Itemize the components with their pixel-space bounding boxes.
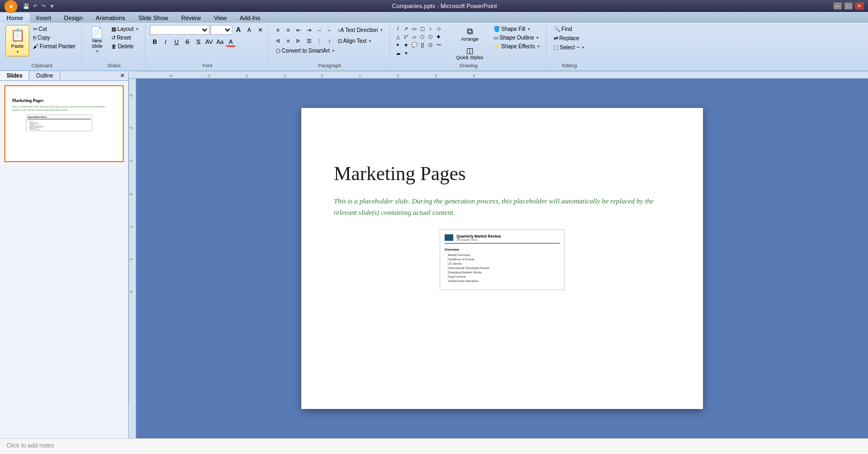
- strikethrough-btn[interactable]: S: [182, 37, 192, 47]
- tab-view[interactable]: View: [207, 13, 233, 23]
- slide-panel-tabs: Slides Outline ✕: [0, 71, 128, 81]
- doc-title: Quarterly Market Review: [457, 234, 501, 238]
- decrease-font-btn[interactable]: A: [244, 25, 254, 35]
- shape-rounded-rect[interactable]: ▢: [419, 25, 426, 33]
- save-qa-btn[interactable]: 💾: [22, 3, 30, 10]
- new-slide-icon: 📄: [90, 27, 104, 37]
- italic-btn[interactable]: I: [161, 37, 170, 47]
- shape-hexagon[interactable]: ⬡: [427, 33, 434, 41]
- qa-more-btn[interactable]: ▼: [48, 3, 56, 10]
- underline-btn[interactable]: U: [172, 37, 181, 47]
- new-slide-button[interactable]: 📄 New Slide ▼: [86, 25, 107, 55]
- shape-arrow[interactable]: ↗: [402, 25, 410, 33]
- slide-1-container: 1 Marketing Pages There is a placeholder…: [4, 85, 124, 162]
- line-spacing-btn[interactable]: ↕: [325, 36, 334, 46]
- align-left-btn[interactable]: ⫷: [273, 36, 283, 46]
- notes-area[interactable]: Click to add notes: [0, 438, 868, 454]
- slide-embedded-doc: Quarterly Market Review 3rd Quarter 2013…: [440, 229, 565, 290]
- text-direction-button[interactable]: ↕A Text Direction ▼: [335, 25, 386, 35]
- slide-panel-close-btn[interactable]: ✕: [117, 71, 128, 80]
- align-right-btn[interactable]: ⫸: [294, 36, 303, 46]
- maximize-btn[interactable]: □: [844, 2, 853, 10]
- layout-button[interactable]: ▦ Layout ▼: [109, 25, 142, 33]
- shape-rtriangle[interactable]: ◸: [402, 33, 410, 41]
- slide-canvas[interactable]: Marketing Pages This is a placeholder sl…: [136, 79, 868, 438]
- ltr-btn[interactable]: →: [314, 25, 324, 35]
- rtl-btn[interactable]: ←: [325, 25, 334, 35]
- convert-smartart-button[interactable]: ⬡ Convert to SmartArt ▼: [273, 47, 338, 55]
- columns-btn[interactable]: ⋮: [314, 36, 324, 46]
- copy-button[interactable]: ⎘ Copy: [30, 34, 78, 42]
- delete-button[interactable]: 🗑 Delete: [109, 42, 142, 50]
- shape-bracket[interactable]: {}: [419, 41, 426, 49]
- outline-tab[interactable]: Outline: [29, 71, 60, 80]
- shape-brace[interactable]: ⌬: [427, 41, 434, 49]
- shape-diamond[interactable]: ◇: [435, 25, 442, 33]
- shape-parallelogram[interactable]: ▱: [410, 33, 418, 41]
- shape-wave[interactable]: 〜: [435, 41, 442, 49]
- font-size-select[interactable]: [211, 25, 232, 35]
- shape-oval[interactable]: ○: [427, 25, 434, 33]
- doc-item-2: Headlines of Events: [445, 257, 560, 261]
- shape-pentagon[interactable]: ⬠: [419, 33, 426, 41]
- redo-qa-btn[interactable]: ↷: [40, 3, 47, 10]
- tab-slideshow[interactable]: Slide Show: [132, 13, 175, 23]
- format-painter-button[interactable]: 🖌 Format Painter: [30, 42, 78, 50]
- slide-thumbnail-1[interactable]: Marketing Pages There is a placeholder s…: [4, 85, 124, 162]
- shape-star4[interactable]: ✦: [394, 41, 402, 49]
- char-spacing-btn[interactable]: AV: [204, 37, 214, 47]
- find-button[interactable]: 🔍 Find: [551, 25, 587, 33]
- bold-btn[interactable]: B: [150, 37, 160, 47]
- tab-animations[interactable]: Animations: [89, 13, 131, 23]
- tab-home[interactable]: Home: [0, 13, 30, 23]
- select-button[interactable]: ⬚ Select ~ ▼: [551, 43, 587, 52]
- font-color-btn[interactable]: A: [226, 37, 236, 47]
- reset-button[interactable]: ↺ Reset: [109, 34, 142, 42]
- shape-cross[interactable]: ✚: [435, 33, 442, 41]
- change-case-btn[interactable]: Aa: [215, 37, 225, 47]
- shadow-btn[interactable]: S: [193, 37, 203, 47]
- arrange-button[interactable]: ⧉ Arrange: [453, 25, 486, 43]
- tab-design[interactable]: Design: [58, 13, 89, 23]
- shape-fill-button[interactable]: 🪣 Shape Fill ▼: [491, 25, 543, 33]
- shape-callout[interactable]: 💬: [410, 41, 418, 49]
- decrease-indent-btn[interactable]: ⇤: [294, 25, 303, 35]
- paste-dropdown-arrow[interactable]: ▼: [16, 50, 20, 54]
- clear-formatting-btn[interactable]: ✕: [255, 25, 265, 35]
- shape-outline-button[interactable]: ▭ Shape Outline ▼: [491, 34, 543, 42]
- slide-content[interactable]: Marketing Pages This is a placeholder sl…: [301, 108, 703, 409]
- increase-font-btn[interactable]: A: [233, 25, 243, 35]
- tab-addins[interactable]: Add-Ins: [233, 13, 267, 23]
- cut-icon: ✂: [33, 26, 37, 32]
- shape-triangle[interactable]: △: [394, 33, 402, 41]
- justify-btn[interactable]: ☰: [304, 36, 314, 46]
- close-btn[interactable]: ✕: [855, 2, 864, 10]
- quick-styles-button[interactable]: ◫ Quick Styles: [453, 44, 486, 62]
- new-slide-dropdown-arrow[interactable]: ▼: [96, 49, 99, 53]
- shape-effects-button[interactable]: ✨ Shape Effects ▼: [491, 42, 543, 50]
- cut-button[interactable]: ✂ Cut: [30, 25, 78, 33]
- shape-star5[interactable]: ★: [402, 41, 410, 49]
- slides-tab[interactable]: Slides: [0, 71, 29, 80]
- shape-more[interactable]: ▾: [402, 49, 410, 57]
- minimize-btn[interactable]: —: [833, 2, 842, 10]
- font-name-select[interactable]: [150, 25, 210, 35]
- shape-line[interactable]: /: [394, 25, 402, 33]
- shape-rect[interactable]: ▭: [410, 25, 418, 33]
- shape-effects-icon: ✨: [493, 43, 500, 49]
- tab-review[interactable]: Review: [175, 13, 207, 23]
- increase-indent-btn[interactable]: ⇥: [304, 25, 314, 35]
- title-bar: ✦ 💾 ↶ ↷ ▼ Companies.pptx - Microsoft Pow…: [0, 0, 868, 12]
- replace-button[interactable]: ⇄ Replace: [551, 34, 587, 42]
- numbered-btn[interactable]: ≡: [283, 25, 293, 35]
- tab-insert[interactable]: Insert: [30, 13, 58, 23]
- align-center-btn[interactable]: ≡: [283, 36, 293, 46]
- undo-qa-btn[interactable]: ↶: [32, 3, 39, 10]
- paste-button[interactable]: 📋 Paste ▼: [5, 25, 29, 56]
- bullets-btn[interactable]: ≡: [273, 25, 283, 35]
- shape-cloud[interactable]: ☁: [394, 49, 402, 57]
- align-text-button[interactable]: ⊡ Align Text ▼: [335, 36, 375, 46]
- office-button[interactable]: ✦: [4, 0, 17, 13]
- thumb-content: There is a placeholder slide. During the…: [12, 105, 106, 111]
- vertical-ruler: -3 -2 -1 0 1 2 3: [129, 79, 136, 438]
